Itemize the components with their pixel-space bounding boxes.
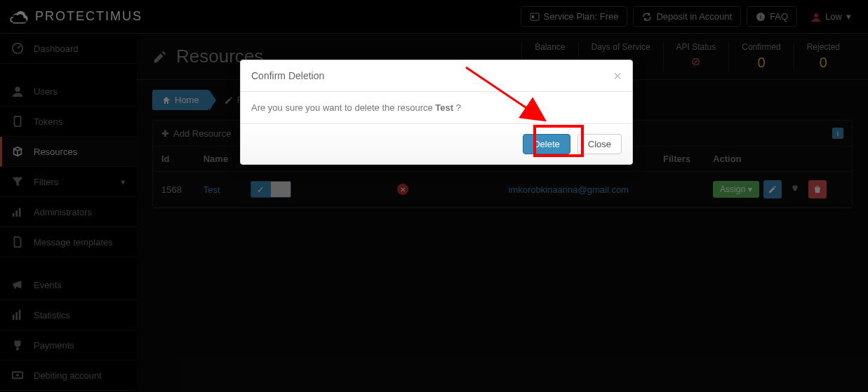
close-button[interactable]: Close bbox=[577, 134, 622, 154]
modal-header: Confirm Deletion × bbox=[241, 60, 632, 92]
delete-confirm-button[interactable]: Delete bbox=[523, 134, 570, 154]
modal-title: Confirm Deletion bbox=[251, 70, 324, 81]
modal-item-name: Test bbox=[435, 102, 453, 113]
modal-body: Are you sure you want to delete the reso… bbox=[241, 92, 632, 123]
modal-backdrop[interactable] bbox=[0, 0, 868, 392]
modal-footer: Delete Close bbox=[241, 123, 632, 164]
confirm-deletion-modal: Confirm Deletion × Are you sure you want… bbox=[240, 60, 633, 165]
close-icon[interactable]: × bbox=[613, 69, 622, 83]
